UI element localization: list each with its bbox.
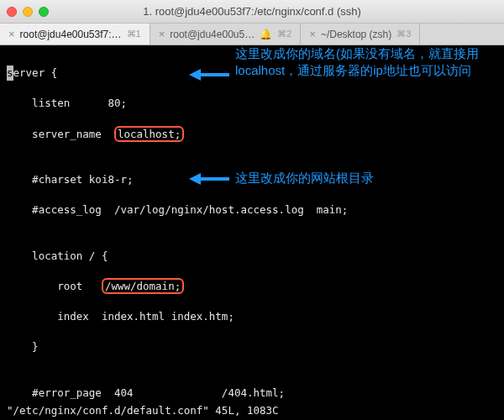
tab-bar: × root@jdu4e00u53f7:… ⌘1 × root@jdu4e00u… <box>0 24 504 45</box>
tab-label: ~/Desktop (zsh) <box>321 29 391 40</box>
code-line: index index.html index.htm; <box>7 309 497 324</box>
bell-icon: 🔔 <box>260 29 272 40</box>
traffic-lights <box>7 7 49 17</box>
annotation-domain: 这里改成你的域名(如果没有域名，就直接用localhost，通过服务器的ip地址… <box>235 45 479 80</box>
code-line: location / { <box>7 249 497 264</box>
vim-status-line: "/etc/nginx/conf.d/default.conf" 45L, 10… <box>7 403 279 418</box>
arrow-icon <box>189 170 231 188</box>
annotation-root: 这里改成你的网站根目录 <box>235 170 479 186</box>
code-line: server_name localhost; <box>7 127 497 142</box>
tab-hint: ⌘3 <box>396 29 411 39</box>
tab-ssh-1[interactable]: × root@jdu4e00u53f7:… ⌘1 <box>0 24 150 45</box>
terminal-pane[interactable]: server { listen 80; server_name localhos… <box>0 45 504 420</box>
code-line: } <box>7 339 497 354</box>
code-line: #access_log /var/log/nginx/host.access.l… <box>7 202 497 218</box>
code-line: listen 80; <box>7 96 497 111</box>
svg-marker-3 <box>189 173 201 185</box>
tab-hint: ⌘1 <box>127 29 141 39</box>
close-icon[interactable]: × <box>309 28 316 40</box>
window-titlebar: 1. root@jdu4e00u53f7:/etc/nginx/conf.d (… <box>0 0 504 24</box>
window-title: 1. root@jdu4e00u53f7:/etc/nginx/conf.d (… <box>0 5 504 18</box>
tab-hint: ⌘2 <box>277 29 291 39</box>
close-icon[interactable]: × <box>8 28 15 40</box>
cursor: s <box>7 66 13 81</box>
tab-label: root@jdu4e00u53f7:… <box>20 29 122 40</box>
tab-zsh[interactable]: × ~/Desktop (zsh) ⌘3 <box>301 24 420 45</box>
highlight-server-name: localhost; <box>114 126 184 142</box>
close-icon[interactable] <box>7 7 17 17</box>
arrow-icon <box>189 66 231 84</box>
code-line: root /www/domain; <box>7 279 497 294</box>
tab-label: root@jdu4e00u5… <box>170 29 255 40</box>
zoom-icon[interactable] <box>39 7 49 17</box>
minimize-icon[interactable] <box>23 7 33 17</box>
tab-ssh-2[interactable]: × root@jdu4e00u5… 🔔 ⌘2 <box>150 24 302 45</box>
highlight-root: /www/domain; <box>102 278 184 294</box>
svg-marker-1 <box>189 69 201 81</box>
code-line: #error_page 404 /404.html; <box>7 386 497 401</box>
close-icon[interactable]: × <box>159 28 165 40</box>
